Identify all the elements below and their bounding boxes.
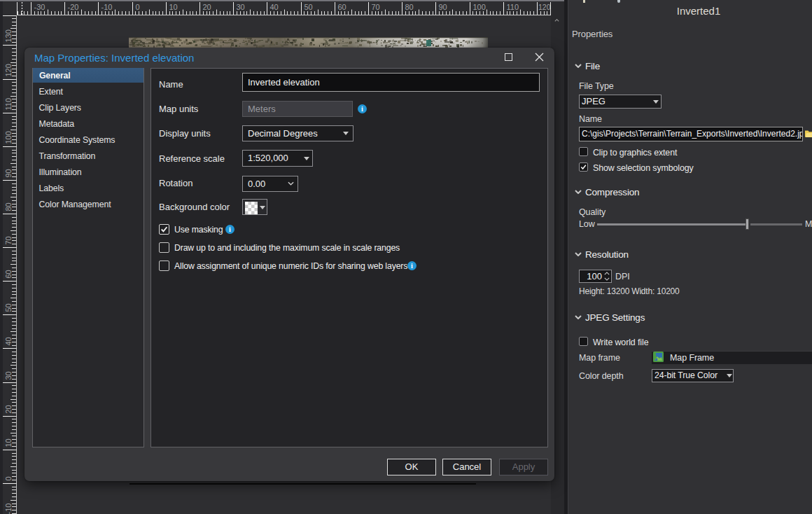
- svg-text:30: 30: [4, 371, 13, 380]
- svg-text:10: 10: [169, 3, 178, 11]
- svg-text:130: 130: [4, 29, 13, 42]
- svg-text:40: 40: [270, 3, 279, 11]
- svg-text:50: 50: [4, 303, 13, 312]
- svg-text:120: 120: [4, 64, 13, 76]
- svg-text:60: 60: [338, 3, 346, 11]
- svg-text:10: 10: [4, 438, 13, 447]
- svg-text:70: 70: [4, 236, 13, 244]
- svg-text:90: 90: [4, 169, 13, 177]
- svg-text:20: 20: [203, 3, 211, 11]
- svg-text:0: 0: [136, 3, 140, 11]
- svg-text:0: 0: [4, 476, 13, 480]
- svg-text:-30: -30: [34, 3, 46, 11]
- svg-text:90: 90: [439, 3, 447, 11]
- svg-text:80: 80: [405, 3, 414, 11]
- svg-text:110: 110: [4, 98, 13, 111]
- svg-text:-20: -20: [68, 3, 79, 11]
- svg-text:80: 80: [4, 202, 13, 211]
- svg-text:120: 120: [538, 3, 551, 11]
- svg-text:50: 50: [304, 3, 313, 11]
- svg-text:-10: -10: [4, 503, 13, 514]
- svg-text:100: 100: [473, 3, 486, 11]
- svg-text:-10: -10: [102, 3, 113, 11]
- svg-text:110: 110: [507, 3, 519, 11]
- svg-text:40: 40: [4, 337, 13, 345]
- svg-text:70: 70: [372, 3, 380, 11]
- svg-text:30: 30: [237, 3, 245, 11]
- svg-text:100: 100: [4, 131, 13, 144]
- svg-text:20: 20: [4, 405, 13, 413]
- svg-text:60: 60: [4, 270, 13, 278]
